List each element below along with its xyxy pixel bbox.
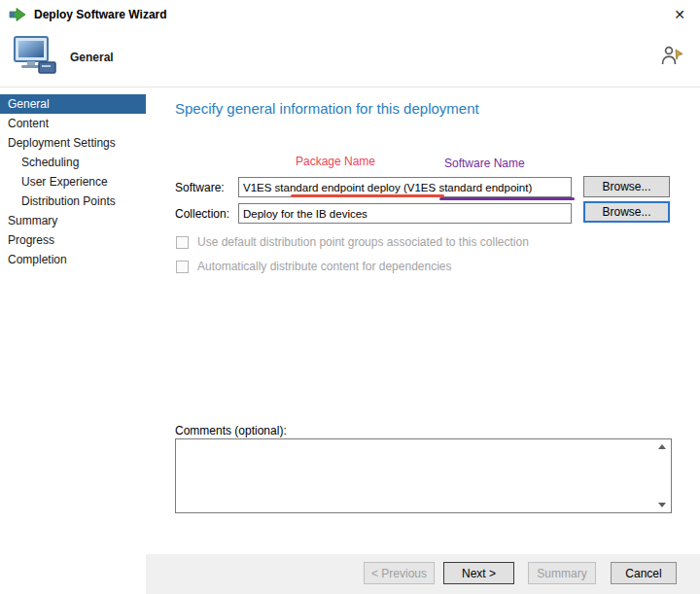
collection-label: Collection:	[175, 207, 229, 221]
sidebar-item-progress[interactable]: Progress	[0, 230, 146, 250]
deploy-software-wizard-window: Deploy Software Wizard ✕ General	[0, 0, 700, 594]
deploy-software-icon	[9, 7, 26, 22]
default-dp-groups-label: Use default distribution point groups as…	[197, 235, 529, 249]
scroll-down-icon[interactable]	[658, 503, 666, 507]
annotation-package-name: Package Name	[296, 155, 375, 168]
current-page-label: General	[70, 51, 114, 64]
collection-browse-button[interactable]: Browse...	[583, 201, 670, 223]
wizard-steps-sidebar: General Content Deployment Settings Sche…	[0, 88, 146, 594]
software-label: Software:	[175, 181, 225, 194]
administrator-person-icon	[659, 45, 684, 72]
auto-distribute-label: Automatically distribute content for dep…	[197, 260, 452, 273]
window-title: Deploy Software Wizard	[34, 8, 167, 21]
comments-scrollbar[interactable]	[655, 441, 669, 510]
wizard-steps-list: General Content Deployment Settings Sche…	[0, 94, 146, 269]
title-bar: Deploy Software Wizard ✕	[0, 0, 700, 29]
scroll-up-icon[interactable]	[658, 444, 666, 449]
page-title: Specify general information for this dep…	[175, 100, 479, 117]
software-browse-button[interactable]: Browse...	[583, 176, 670, 197]
next-button[interactable]: Next >	[443, 562, 514, 584]
sidebar-item-content[interactable]: Content	[0, 114, 146, 133]
annotation-software-name: Software Name	[444, 157, 525, 170]
package-name-underline	[291, 194, 444, 197]
default-dp-groups-checkbox	[176, 236, 189, 249]
comments-label: Comments (optional):	[175, 424, 287, 437]
cancel-button[interactable]: Cancel	[611, 562, 677, 584]
sidebar-item-scheduling[interactable]: Scheduling	[0, 153, 146, 172]
auto-distribute-checkbox	[176, 261, 189, 273]
computer-icon	[13, 36, 57, 81]
comments-input[interactable]	[176, 439, 671, 512]
previous-button: < Previous	[364, 562, 435, 584]
sidebar-item-user-experience[interactable]: User Experience	[0, 172, 146, 192]
sidebar-item-distribution-points[interactable]: Distribution Points	[0, 192, 146, 211]
software-name-underline	[439, 197, 575, 200]
sidebar-item-summary[interactable]: Summary	[0, 211, 146, 230]
comments-field	[175, 438, 672, 513]
sidebar-item-general[interactable]: General	[0, 94, 146, 114]
sidebar-item-completion[interactable]: Completion	[0, 250, 146, 269]
collection-input[interactable]	[238, 203, 572, 224]
wizard-header: General	[0, 29, 700, 87]
summary-button: Summary	[528, 562, 596, 584]
sidebar-item-deployment-settings[interactable]: Deployment Settings	[0, 133, 146, 153]
default-dp-groups-checkbox-row: Use default distribution point groups as…	[176, 235, 529, 249]
auto-distribute-checkbox-row: Automatically distribute content for dep…	[176, 260, 452, 273]
close-icon[interactable]: ✕	[659, 0, 700, 29]
